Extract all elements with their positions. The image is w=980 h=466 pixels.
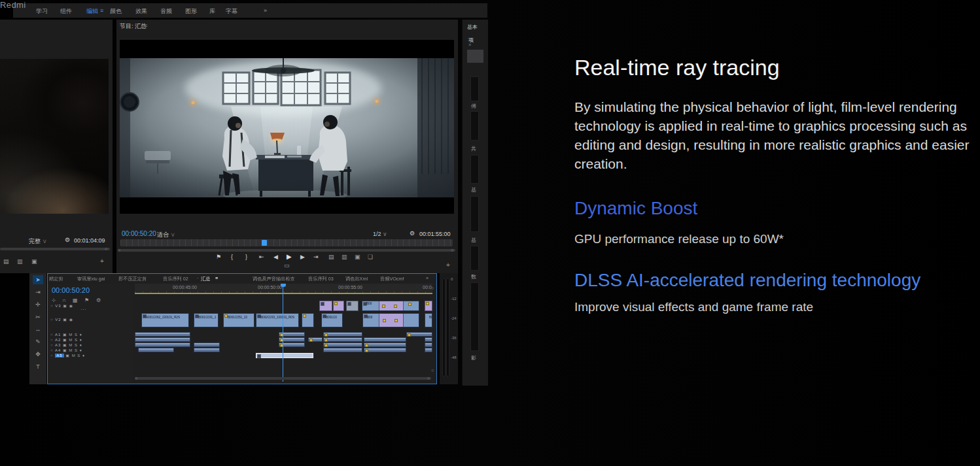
work-area-bar[interactable] (135, 293, 432, 294)
timeline-clip[interactable]: B00 (362, 313, 419, 327)
track-header-a1[interactable]: ○ A1 ▣ M S ♦ (50, 332, 82, 337)
menu-icon-editing-options[interactable]: ≡ (100, 7, 103, 14)
type-tool-icon[interactable]: T (33, 362, 43, 371)
link-selection-icon[interactable]: ⊹ (52, 297, 56, 303)
program-playhead-handle[interactable] (262, 240, 267, 246)
audio-clip[interactable] (425, 337, 432, 342)
dock-collapsed-panel[interactable] (470, 282, 479, 351)
menu-item-color[interactable]: 颜色 (110, 7, 122, 16)
program-panel-menu-icon[interactable]: ≡ (144, 22, 147, 29)
hand-tool-icon[interactable]: ✥ (33, 350, 43, 359)
audio-clip[interactable] (323, 337, 362, 342)
dock-collapsed-panel[interactable] (470, 196, 479, 232)
program-scrub-bar[interactable] (120, 239, 453, 246)
source-add-button-icon[interactable]: + (100, 258, 104, 265)
add-marker-icon[interactable]: ⚑ (216, 254, 221, 260)
mark-out-icon[interactable]: } (245, 254, 247, 260)
menu-item-editing[interactable]: 编辑 (86, 7, 98, 16)
step-back-icon[interactable]: ◀ (273, 254, 278, 260)
timeline-tab[interactable]: 音频VOcmf (380, 276, 404, 282)
timeline-tab[interactable]: 音乐序列 02 (163, 276, 188, 282)
timeline-current-timecode[interactable]: 00:00:50:20 (52, 286, 90, 294)
menu-item-effects[interactable]: 效果 (135, 7, 147, 16)
dock-collapsed-panel[interactable] (470, 111, 479, 141)
audio-clip[interactable] (364, 348, 406, 352)
timeline-scroll-right-icon[interactable]: ○ (427, 377, 430, 380)
program-fit-dropdown[interactable]: 适合 ∨ (157, 231, 175, 239)
timeline-marker-icon[interactable]: ⚑ (84, 297, 89, 303)
timeline-tab[interactable]: 调色出Xml (345, 276, 368, 282)
timeline-clip[interactable]: B002C033_130101_R0S (256, 313, 299, 327)
slip-tool-icon[interactable]: ↔ (33, 325, 43, 334)
source-scrollbar[interactable] (0, 248, 110, 250)
audio-clip[interactable] (194, 348, 220, 352)
audio-clip[interactable] (194, 342, 220, 347)
timeline-clip[interactable] (333, 301, 344, 311)
timeline-vscroll-top-icon[interactable]: ○ (431, 287, 434, 290)
program-settings-wrench-icon[interactable]: ⚙ (410, 230, 415, 237)
program-scrollbar[interactable] (118, 249, 455, 252)
timeline-tabs-overflow-icon[interactable]: » (426, 276, 429, 281)
audio-clip[interactable] (135, 332, 190, 337)
timeline-clip[interactable]: B00 (425, 313, 432, 327)
timeline-clip[interactable] (302, 313, 314, 327)
audio-clip[interactable] (364, 337, 406, 342)
ripple-edit-tool-icon[interactable]: ✛ (33, 300, 43, 309)
timeline-clip[interactable]: A001C062_130101_R2S (141, 313, 189, 327)
timeline-scroll-left-icon[interactable]: ○ (135, 377, 137, 380)
timeline-h-scrollbar[interactable] (135, 377, 431, 380)
timeline-tab[interactable]: 调色及声音输出检查 (253, 276, 295, 282)
timeline-clip[interactable]: B001C051_13 (223, 313, 254, 327)
nested-sequence-icon[interactable]: ▦ (73, 297, 78, 303)
timeline-clip[interactable] (319, 301, 332, 311)
audio-clip[interactable] (406, 332, 432, 337)
export-frame-icon[interactable]: ▣ (355, 254, 360, 260)
program-resolution-dropdown[interactable]: 1/2 ∨ (373, 231, 387, 237)
audio-clip-selected[interactable] (256, 353, 313, 358)
program-current-timecode[interactable]: 00:00:50:20 (122, 230, 156, 237)
audio-clip[interactable] (364, 342, 406, 347)
snap-icon[interactable]: ∩ (62, 297, 66, 303)
track-header-a4[interactable]: ○ A4 ▣ M S ♦ (50, 348, 82, 352)
menu-item-graphics[interactable]: 图形 (185, 7, 197, 16)
dock-collapsed-panel[interactable] (470, 246, 479, 271)
audio-clip[interactable] (323, 342, 362, 347)
track-header-v3[interactable]: ○ V3 ▣ ◉ (50, 303, 73, 308)
timeline-clip[interactable]: B00 (362, 301, 419, 311)
extract-icon[interactable]: ▥ (341, 254, 347, 260)
menu-item-assembly[interactable]: 组件 (60, 7, 72, 16)
track-header-a2[interactable]: ○ A2 ▣ M S ♦ (50, 337, 82, 342)
menu-item-libraries[interactable]: 库 (209, 7, 215, 16)
track-select-tool-icon[interactable]: ⇥ (33, 288, 43, 297)
timeline-tab[interactable]: 邪不压正定剪 (118, 276, 147, 282)
audio-clip[interactable] (323, 348, 362, 352)
audio-clip[interactable] (323, 332, 362, 337)
track-header-a3[interactable]: ○ A3 ▣ M S ♦ (50, 342, 82, 347)
menu-item-audio[interactable]: 音频 (160, 7, 172, 16)
audio-clip[interactable] (138, 348, 174, 352)
go-to-in-icon[interactable]: ⇤ (259, 254, 264, 260)
source-export-frame-icon[interactable]: ▣ (31, 258, 37, 265)
program-add-button-icon[interactable]: + (446, 261, 450, 269)
timeline-settings-wrench-icon[interactable]: ⚙ (96, 297, 101, 303)
track-header-a5-selected[interactable]: ○ A5 ▣ M S ♦ (50, 353, 85, 358)
menu-item-learn[interactable]: 学习 (36, 7, 48, 16)
timeline-tab[interactable]: 审讯室xiu gai (77, 276, 105, 282)
audio-clip[interactable] (135, 342, 190, 347)
source-insert-icon[interactable]: ▤ (3, 258, 9, 265)
timeline-vscroll-bottom-icon[interactable]: ○ (431, 369, 434, 372)
menu-item-captions[interactable]: 字幕 (226, 7, 237, 16)
play-button-icon[interactable]: ▶ (287, 253, 292, 260)
timeline-tab[interactable]: 音乐序列 03 (308, 276, 334, 282)
lift-icon[interactable]: ▤ (328, 254, 334, 260)
selection-tool-icon[interactable]: ➤ (33, 275, 43, 284)
timeline-tab-menu-icon[interactable]: ≡ (215, 276, 218, 281)
timeline-clip[interactable] (425, 301, 432, 311)
program-scroll-left-icon[interactable]: ○ (118, 249, 120, 252)
track-header-v2[interactable]: ○ V2 ▣ ◉ (50, 317, 73, 322)
source-fit-dropdown[interactable]: 完整 ∨ (29, 237, 47, 246)
dock-collapsed-panel[interactable] (470, 76, 479, 101)
source-overwrite-icon[interactable]: ▥ (17, 258, 23, 265)
step-forward-icon[interactable]: ▶ (300, 254, 305, 260)
timeline-clip[interactable]: B001C0 (321, 313, 343, 327)
